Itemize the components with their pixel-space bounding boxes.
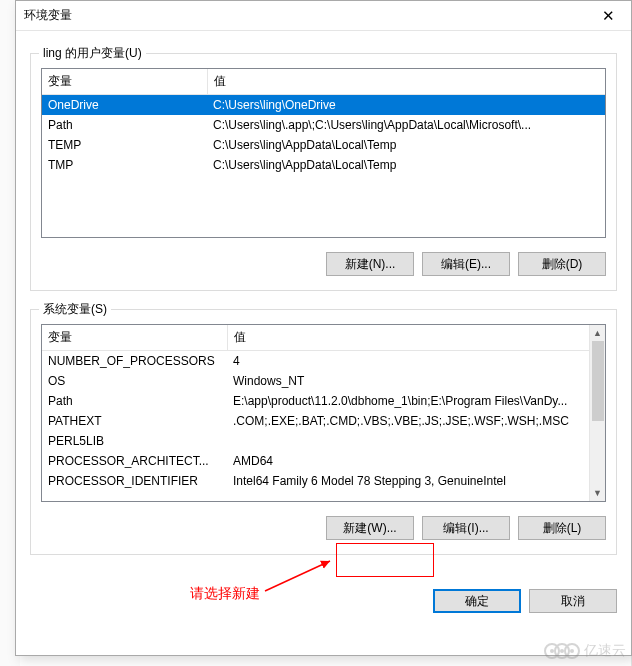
- env-vars-dialog: 环境变量 ✕ ling 的用户变量(U) 变量 值 OneDriveC:\Use…: [15, 0, 632, 656]
- cell-val: C:\Users\ling\AppData\Local\Temp: [207, 135, 605, 155]
- user-vars-table[interactable]: 变量 值 OneDriveC:\Users\ling\OneDrive Path…: [41, 68, 606, 238]
- system-vars-group: 系统变量(S) 变量 值 NUMBER_OF_PROCESSORS4 OSWin…: [30, 309, 617, 555]
- cell-val: Windows_NT: [227, 371, 589, 391]
- system-buttons: 新建(W)... 编辑(I)... 删除(L): [41, 516, 606, 540]
- cell-val: C:\Users\ling\OneDrive: [207, 95, 605, 116]
- table-row[interactable]: PathC:\Users\ling\.app\;C:\Users\ling\Ap…: [42, 115, 605, 135]
- user-vars-group: ling 的用户变量(U) 变量 值 OneDriveC:\Users\ling…: [30, 53, 617, 291]
- edit-user-button[interactable]: 编辑(E)...: [422, 252, 510, 276]
- system-vars-label: 系统变量(S): [39, 301, 111, 318]
- table-row[interactable]: TEMPC:\Users\ling\AppData\Local\Temp: [42, 135, 605, 155]
- cell-var: PROCESSOR_ARCHITECT...: [42, 451, 227, 471]
- dialog-title: 环境变量: [24, 7, 586, 24]
- scroll-up-icon[interactable]: ▲: [590, 325, 605, 341]
- system-vars-table[interactable]: 变量 值 NUMBER_OF_PROCESSORS4 OSWindows_NT …: [41, 324, 606, 502]
- table-row[interactable]: PathE:\app\product\11.2.0\dbhome_1\bin;E…: [42, 391, 589, 411]
- cell-var: TMP: [42, 155, 207, 175]
- table-row[interactable]: OneDriveC:\Users\ling\OneDrive: [42, 95, 605, 116]
- col-var[interactable]: 变量: [42, 69, 207, 95]
- watermark: 亿速云: [550, 642, 626, 660]
- btn-label: 删除(D): [542, 256, 583, 273]
- cell-val: Intel64 Family 6 Model 78 Stepping 3, Ge…: [227, 471, 589, 491]
- cell-var: Path: [42, 391, 227, 411]
- cancel-button[interactable]: 取消: [529, 589, 617, 613]
- col-val[interactable]: 值: [227, 325, 589, 351]
- btn-label: 新建(W)...: [343, 520, 396, 537]
- cell-var: OneDrive: [42, 95, 207, 116]
- btn-label: 取消: [561, 593, 585, 610]
- annotation-text: 请选择新建: [190, 585, 260, 603]
- user-buttons: 新建(N)... 编辑(E)... 删除(D): [41, 252, 606, 276]
- table-row[interactable]: PATHEXT.COM;.EXE;.BAT;.CMD;.VBS;.VBE;.JS…: [42, 411, 589, 431]
- watermark-icon: [564, 643, 580, 659]
- cell-val: AMD64: [227, 451, 589, 471]
- cell-val: E:\app\product\11.2.0\dbhome_1\bin;E:\Pr…: [227, 391, 589, 411]
- edit-sys-button[interactable]: 编辑(I)...: [422, 516, 510, 540]
- btn-label: 新建(N)...: [345, 256, 396, 273]
- cell-val: .COM;.EXE;.BAT;.CMD;.VBS;.VBE;.JS;.JSE;.…: [227, 411, 589, 431]
- col-val[interactable]: 值: [207, 69, 605, 95]
- dialog-footer: 确定 取消: [16, 583, 631, 627]
- scroll-thumb[interactable]: [592, 341, 604, 421]
- close-icon: ✕: [602, 7, 615, 24]
- btn-label: 编辑(E)...: [441, 256, 491, 273]
- cell-var: NUMBER_OF_PROCESSORS: [42, 351, 227, 372]
- table-row[interactable]: OSWindows_NT: [42, 371, 589, 391]
- scroll-down-icon[interactable]: ▼: [590, 485, 605, 501]
- table-row[interactable]: PERL5LIB: [42, 431, 589, 451]
- new-user-button[interactable]: 新建(N)...: [326, 252, 414, 276]
- watermark-text: 亿速云: [584, 642, 626, 660]
- table-row[interactable]: PROCESSOR_IDENTIFIERIntel64 Family 6 Mod…: [42, 471, 589, 491]
- cell-var: PATHEXT: [42, 411, 227, 431]
- col-var[interactable]: 变量: [42, 325, 227, 351]
- table-row[interactable]: NUMBER_OF_PROCESSORS4: [42, 351, 589, 372]
- dialog-content: ling 的用户变量(U) 变量 值 OneDriveC:\Users\ling…: [16, 31, 631, 583]
- delete-user-button[interactable]: 删除(D): [518, 252, 606, 276]
- new-sys-button[interactable]: 新建(W)...: [326, 516, 414, 540]
- cell-val: C:\Users\ling\.app\;C:\Users\ling\AppDat…: [207, 115, 605, 135]
- cell-var: TEMP: [42, 135, 207, 155]
- cell-var: PROCESSOR_IDENTIFIER: [42, 471, 227, 491]
- table-row[interactable]: TMPC:\Users\ling\AppData\Local\Temp: [42, 155, 605, 175]
- ok-button[interactable]: 确定: [433, 589, 521, 613]
- user-vars-label: ling 的用户变量(U): [39, 45, 146, 62]
- scrollbar[interactable]: ▲ ▼: [589, 325, 605, 501]
- btn-label: 确定: [465, 593, 489, 610]
- cell-val: C:\Users\ling\AppData\Local\Temp: [207, 155, 605, 175]
- btn-label: 编辑(I)...: [443, 520, 488, 537]
- delete-sys-button[interactable]: 删除(L): [518, 516, 606, 540]
- cell-val: 4: [227, 351, 589, 372]
- btn-label: 删除(L): [543, 520, 582, 537]
- titlebar: 环境变量 ✕: [16, 1, 631, 31]
- table-row[interactable]: PROCESSOR_ARCHITECT...AMD64: [42, 451, 589, 471]
- close-button[interactable]: ✕: [586, 1, 631, 30]
- cell-var: OS: [42, 371, 227, 391]
- cell-val: [227, 431, 589, 451]
- cell-var: Path: [42, 115, 207, 135]
- cell-var: PERL5LIB: [42, 431, 227, 451]
